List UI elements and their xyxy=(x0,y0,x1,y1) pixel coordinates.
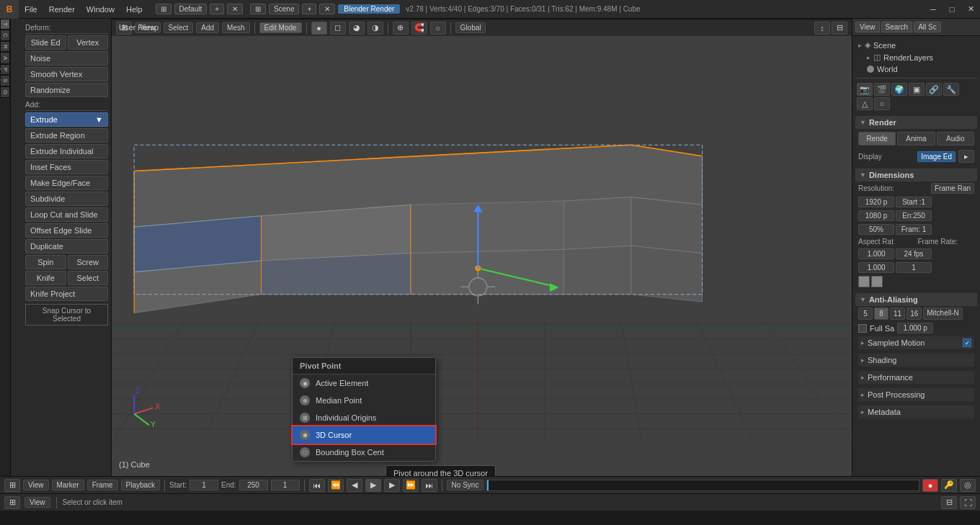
render-tab-audio[interactable]: Audio xyxy=(937,132,974,145)
res-y-value[interactable]: 1080 p xyxy=(858,210,894,221)
aa-8-btn[interactable]: 8 xyxy=(874,308,888,320)
add-menu-btn[interactable]: Add xyxy=(196,22,219,33)
scene-tree-scene[interactable]: ▸ ◈ Scene xyxy=(855,39,977,51)
fps-value[interactable]: 24 fps xyxy=(896,248,932,259)
metadata-header[interactable]: ▸ Metadata xyxy=(858,405,974,418)
end-value[interactable]: En:250 xyxy=(896,210,932,221)
res-pct-value[interactable]: 50% xyxy=(858,224,894,235)
obj-props-icon[interactable]: ▣ xyxy=(909,83,925,96)
aspect-x-value[interactable]: 1.000 xyxy=(858,248,894,259)
frame-value[interactable]: Fram: 1 xyxy=(896,224,932,235)
icon-grid-btn[interactable]: ⊞ xyxy=(156,4,172,14)
extrude-individual-btn[interactable]: Extrude Individual xyxy=(25,144,108,158)
timeline-marker-btn[interactable]: Marker xyxy=(52,480,84,490)
aa-filter-value[interactable]: Mitchell-N xyxy=(923,308,962,320)
knife-project-btn[interactable]: Knife Project xyxy=(25,287,108,301)
vertex-btn[interactable]: Vertex xyxy=(68,35,109,50)
record-btn[interactable]: ● xyxy=(922,479,938,492)
jump-start-btn[interactable]: ⏮ xyxy=(309,479,325,492)
tab-create[interactable]: Creat xyxy=(0,30,10,41)
knife-btn[interactable]: Knife xyxy=(25,271,66,285)
menu-help[interactable]: Help xyxy=(120,0,148,18)
color-swatch-1[interactable] xyxy=(858,276,870,287)
pivot-3d-cursor[interactable]: ⊕ 3D Cursor xyxy=(293,426,435,444)
noise-btn[interactable]: Noise xyxy=(25,51,108,66)
image-editor-expand[interactable]: ▸ xyxy=(958,150,974,163)
prev-keyframe-btn[interactable]: ◀ xyxy=(347,479,362,492)
maximize-btn[interactable]: □ xyxy=(943,0,961,19)
aa-11-btn[interactable]: 11 xyxy=(890,308,905,320)
tab-relations[interactable]: Rel xyxy=(0,41,10,53)
layers-btn[interactable]: ⊟ xyxy=(832,22,847,35)
end-input[interactable] xyxy=(239,480,268,490)
timeline-frame-btn[interactable]: Frame xyxy=(87,480,118,490)
fullscreen-btn[interactable]: ⛶ xyxy=(960,496,976,509)
extrude-region-btn[interactable]: Extrude Region xyxy=(25,128,108,143)
menu-window[interactable]: Window xyxy=(81,0,120,18)
aspect-y-value[interactable]: 1.000 xyxy=(858,262,894,273)
timeline-bar[interactable] xyxy=(486,480,919,491)
subdivide-btn[interactable]: Subdivide xyxy=(25,192,108,206)
scene-btn[interactable]: Scene xyxy=(269,4,299,14)
mode-btn[interactable]: Edit Mode xyxy=(259,22,302,33)
menu-file[interactable]: File xyxy=(19,0,43,18)
aa-16-btn[interactable]: 16 xyxy=(906,308,922,320)
material-shading-btn[interactable]: ◕ xyxy=(349,22,365,35)
jump-end-btn[interactable]: ⏭ xyxy=(422,479,437,492)
pivot-individual-origins[interactable]: ⊞ Individual Origins xyxy=(293,409,435,426)
render-engine-btn[interactable]: Blender Render xyxy=(338,4,400,14)
screw-btn[interactable]: Screw xyxy=(68,255,109,269)
randomize-btn[interactable]: Randomize xyxy=(25,83,108,97)
render-tab-render[interactable]: Rende xyxy=(858,132,896,145)
render-shading-btn[interactable]: ◑ xyxy=(368,22,383,35)
mesh-menu-btn[interactable]: Mesh xyxy=(222,22,249,33)
smooth-vertex-btn[interactable]: Smooth Vertex xyxy=(25,67,108,81)
scene-del-btn[interactable]: ✕ xyxy=(319,4,335,14)
scene-add-btn[interactable]: + xyxy=(302,4,316,14)
proportional-btn[interactable]: ○ xyxy=(430,22,446,35)
global-local-btn[interactable]: Global xyxy=(455,22,486,33)
viewport[interactable]: User Persp xyxy=(112,19,852,476)
world-props-icon[interactable]: 🌍 xyxy=(891,83,907,96)
scene-props-icon[interactable]: 🎬 xyxy=(874,83,890,96)
render-tab-anim[interactable]: Anima xyxy=(897,132,935,145)
prev-frame-btn[interactable]: ⏪ xyxy=(328,479,344,492)
spin-btn[interactable]: Spin xyxy=(25,255,66,269)
inset-faces-btn[interactable]: Inset Faces xyxy=(25,160,108,174)
search-btn[interactable]: Search xyxy=(881,22,913,32)
aa-5-btn[interactable]: 5 xyxy=(858,308,873,320)
start-value[interactable]: Start :1 xyxy=(896,197,932,207)
next-frame-btn[interactable]: ⏩ xyxy=(403,479,419,492)
extrude-dropdown-btn[interactable]: Extrude ▼ xyxy=(25,112,108,127)
timeline-playback-btn[interactable]: Playback xyxy=(121,480,161,490)
icon-grid-btn2[interactable]: ⊞ xyxy=(250,4,266,14)
minimize-btn[interactable]: ─ xyxy=(924,0,943,19)
full-sample-check[interactable] xyxy=(858,324,867,333)
material-icon[interactable]: ○ xyxy=(874,97,890,110)
scene-tree-world[interactable]: World xyxy=(855,63,977,75)
menu-render[interactable]: Render xyxy=(43,0,81,18)
shading-header[interactable]: ▸ Shading xyxy=(858,354,974,367)
next-keyframe-btn[interactable]: ▶ xyxy=(384,479,400,492)
snap-btn[interactable]: 🧲 xyxy=(411,22,427,35)
data-icon[interactable]: △ xyxy=(857,97,873,110)
aa-filter-val[interactable]: 1.000 p xyxy=(897,323,933,333)
timeline-icon[interactable]: ⊞ xyxy=(4,479,20,492)
pivot-point-menu[interactable]: Pivot Point ◉ Active Element ⊕ Median Po… xyxy=(292,357,436,462)
wire-shading-btn[interactable]: ◻ xyxy=(330,22,346,35)
scene-tree-renderlayers[interactable]: ▸ ◫ RenderLayers xyxy=(855,51,977,63)
post-processing-header[interactable]: ▸ Post Processing xyxy=(858,388,974,401)
solid-shading-btn[interactable]: ● xyxy=(311,22,327,35)
all-scenes-btn[interactable]: All Sc xyxy=(914,22,941,32)
pivot-btn[interactable]: ⊕ xyxy=(393,22,409,35)
tab-grease[interactable]: Gre xyxy=(0,86,10,98)
constraints-icon[interactable]: 🔗 xyxy=(926,83,942,96)
duplicate-btn[interactable]: Duplicate xyxy=(25,239,108,253)
timeline-view-btn[interactable]: View xyxy=(23,480,49,490)
time-rem-value[interactable]: 1 xyxy=(896,262,932,273)
screen-layout-btn[interactable]: ⊟ xyxy=(941,496,957,509)
render-header[interactable]: ▼ Render xyxy=(855,116,977,129)
workspace-btn[interactable]: Default xyxy=(174,4,208,14)
bottombar-view-btn[interactable]: View xyxy=(24,497,50,508)
start-input[interactable] xyxy=(190,480,218,490)
